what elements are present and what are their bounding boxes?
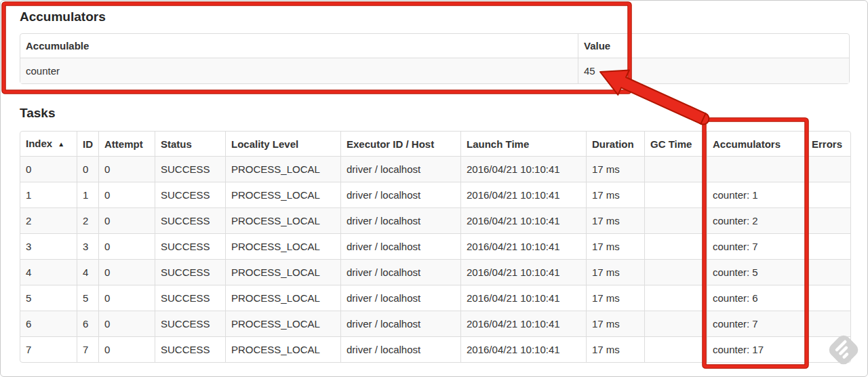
table-row: 220SUCCESSPROCESS_LOCALdriver / localhos… — [20, 207, 850, 233]
table-cell: 45 — [578, 58, 849, 83]
table-cell: PROCESS_LOCAL — [225, 182, 340, 207]
table-cell: 0 — [98, 156, 155, 182]
table-cell: 2016/04/21 10:10:41 — [460, 311, 586, 336]
table-cell: SUCCESS — [155, 233, 225, 259]
table-cell: 17 ms — [586, 182, 644, 207]
column-header-status[interactable]: Status — [155, 132, 225, 156]
table-cell — [806, 182, 850, 207]
table-cell: 0 — [20, 156, 77, 182]
table-header-row: Index▲IDAttemptStatusLocality LevelExecu… — [20, 132, 850, 156]
table-cell: driver / localhost — [340, 336, 460, 362]
table-cell: PROCESS_LOCAL — [225, 259, 340, 285]
table-cell: driver / localhost — [340, 233, 460, 259]
table-cell: 17 ms — [586, 336, 644, 362]
table-cell: 0 — [98, 182, 155, 207]
table-cell: PROCESS_LOCAL — [225, 156, 340, 182]
table-cell: 2 — [20, 207, 77, 233]
column-header-executor-id-host[interactable]: Executor ID / Host — [340, 132, 460, 156]
table-cell — [806, 156, 850, 182]
table-cell: 4 — [77, 259, 98, 285]
table-cell: 0 — [98, 259, 155, 285]
table-cell — [806, 336, 850, 362]
table-cell — [644, 311, 707, 336]
column-header-accumulators[interactable]: Accumulators — [707, 132, 806, 156]
table-row: 330SUCCESSPROCESS_LOCALdriver / localhos… — [20, 233, 850, 259]
accumulators-heading: Accumulators — [20, 9, 848, 24]
column-header-id[interactable]: ID — [77, 132, 98, 156]
table-row: 660SUCCESSPROCESS_LOCALdriver / localhos… — [20, 311, 850, 336]
table-cell: 2016/04/21 10:10:41 — [460, 285, 586, 311]
accumulators-table: AccumulableValue counter45 — [20, 33, 850, 84]
table-cell: PROCESS_LOCAL — [225, 311, 340, 336]
table-cell — [806, 311, 850, 336]
table-cell: 6 — [77, 311, 98, 336]
table-cell — [644, 156, 707, 182]
table-cell: 17 ms — [586, 233, 644, 259]
table-cell: PROCESS_LOCAL — [225, 233, 340, 259]
table-cell: counter — [20, 58, 578, 83]
table-cell: 2016/04/21 10:10:41 — [460, 336, 586, 362]
table-header-row: AccumulableValue — [20, 34, 849, 58]
table-cell: 0 — [98, 336, 155, 362]
column-header-attempt[interactable]: Attempt — [98, 132, 155, 156]
table-cell — [644, 233, 707, 259]
table-cell: counter: 1 — [707, 182, 806, 207]
column-header-index[interactable]: Index▲ — [20, 132, 77, 156]
table-cell: 17 ms — [586, 207, 644, 233]
table-cell: 0 — [98, 311, 155, 336]
table-cell: counter: 7 — [707, 233, 806, 259]
table-cell: 0 — [98, 207, 155, 233]
table-cell — [806, 285, 850, 311]
table-cell — [644, 207, 707, 233]
table-cell — [644, 336, 707, 362]
table-cell: PROCESS_LOCAL — [225, 207, 340, 233]
table-cell: counter: 2 — [707, 207, 806, 233]
table-cell: 17 ms — [586, 259, 644, 285]
table-cell: 2016/04/21 10:10:41 — [460, 156, 586, 182]
table-cell — [644, 259, 707, 285]
page-content: Accumulators AccumulableValue counter45 … — [1, 9, 867, 363]
table-cell: 17 ms — [586, 285, 644, 311]
table-cell — [644, 285, 707, 311]
table-cell: 2016/04/21 10:10:41 — [460, 207, 586, 233]
column-header-locality-level[interactable]: Locality Level — [225, 132, 340, 156]
column-header-launch-time[interactable]: Launch Time — [460, 132, 586, 156]
tasks-table: Index▲IDAttemptStatusLocality LevelExecu… — [20, 131, 851, 363]
column-header-duration[interactable]: Duration — [586, 132, 644, 156]
sort-ascending-icon: ▲ — [58, 140, 64, 148]
table-cell: counter: 7 — [707, 311, 806, 336]
table-cell: driver / localhost — [340, 311, 460, 336]
table-cell: 5 — [20, 285, 77, 311]
table-cell: 2016/04/21 10:10:41 — [460, 233, 586, 259]
table-cell: driver / localhost — [340, 207, 460, 233]
table-cell: 7 — [20, 336, 77, 362]
table-row: 110SUCCESSPROCESS_LOCALdriver / localhos… — [20, 182, 850, 207]
table-cell: 2 — [77, 207, 98, 233]
table-cell: SUCCESS — [155, 336, 225, 362]
table-cell: SUCCESS — [155, 182, 225, 207]
table-cell: 7 — [77, 336, 98, 362]
table-cell: driver / localhost — [340, 259, 460, 285]
table-cell: 5 — [77, 285, 98, 311]
column-header-errors[interactable]: Errors — [806, 132, 850, 156]
table-cell: 1 — [77, 182, 98, 207]
column-header-value: Value — [578, 34, 849, 58]
table-cell: PROCESS_LOCAL — [225, 285, 340, 311]
table-row: 770SUCCESSPROCESS_LOCALdriver / localhos… — [20, 336, 850, 362]
table-cell — [806, 233, 850, 259]
table-row: 440SUCCESSPROCESS_LOCALdriver / localhos… — [20, 259, 850, 285]
table-cell: 0 — [77, 156, 98, 182]
column-header-gc-time[interactable]: GC Time — [644, 132, 707, 156]
table-row: 000SUCCESSPROCESS_LOCALdriver / localhos… — [20, 156, 850, 182]
table-cell: 2016/04/21 10:10:41 — [460, 259, 586, 285]
table-cell: 1 — [20, 182, 77, 207]
table-cell: SUCCESS — [155, 311, 225, 336]
table-cell: 0 — [98, 233, 155, 259]
table-cell: SUCCESS — [155, 156, 225, 182]
table-cell: 2016/04/21 10:10:41 — [460, 182, 586, 207]
table-cell — [806, 259, 850, 285]
table-row: counter45 — [20, 58, 849, 83]
table-cell: 3 — [20, 233, 77, 259]
table-cell: 4 — [20, 259, 77, 285]
table-cell — [806, 207, 850, 233]
